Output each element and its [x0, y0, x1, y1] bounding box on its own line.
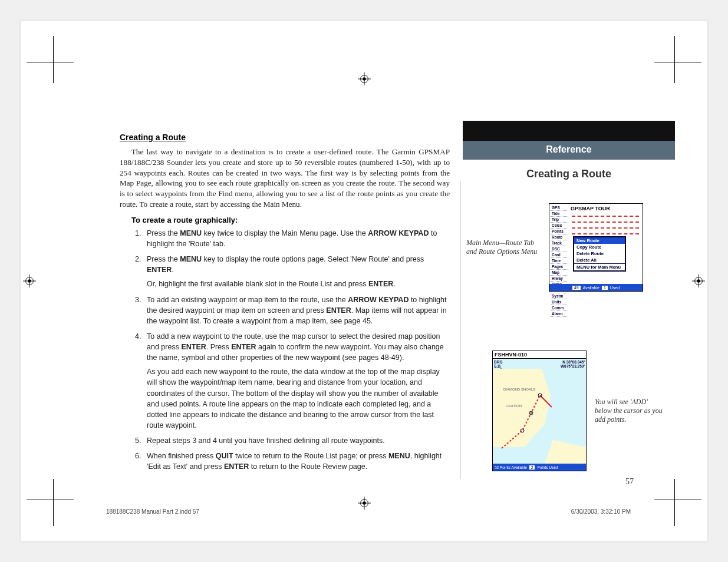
figure-1-caption: Main Menu—Route Tab and Route Options Me…: [466, 239, 543, 256]
intro-paragraph: The last way to navigate to a destinatio…: [120, 147, 450, 210]
route-line-icon: [499, 381, 564, 451]
menu-main-menu: MENU for Main Menu: [574, 263, 625, 270]
menu-delete-all: Delete All: [574, 257, 625, 263]
crop-mark: [27, 453, 74, 500]
figure-2: FSHHVN-010 BRG S.D. 004° N 38°08.345' W0…: [492, 351, 669, 471]
menu-new-route: New Route: [574, 237, 625, 244]
black-band: [463, 121, 675, 141]
document-footer: 188188C238 Manual Part 2.indd 57 6/30/20…: [106, 508, 631, 515]
sidebar: Reference Creating a Route: [463, 121, 675, 180]
registration-mark-icon: [23, 275, 36, 287]
step-2: Press the MENU key to display the route …: [143, 254, 450, 289]
map-header: FSHHVN-010: [493, 351, 586, 359]
steps-list: Press the MENU key twice to display the …: [143, 228, 450, 472]
route-title: GPSMAP TOUR: [571, 206, 610, 211]
step-5: Repeat steps 3 and 4 until you have fini…: [143, 435, 450, 446]
document-page: Creating a Route The last way to navigat…: [21, 21, 707, 541]
crop-mark: [27, 62, 74, 109]
page-number: 57: [625, 477, 634, 487]
screenshot-main-menu: GPSTideTrip CelesPointsRoute TrackDSCCar…: [549, 203, 643, 292]
registration-mark-icon: [358, 497, 371, 510]
screenshot-map: FSHHVN-010 BRG S.D. 004° N 38°08.345' W0…: [492, 351, 587, 471]
timestamp: 6/30/2003, 3:32:10 PM: [571, 508, 631, 515]
map-status-bar: 52 Points Available 2 Points Used: [493, 464, 586, 471]
figure-2-caption: You will see 'ADD' below the cursor as y…: [595, 398, 663, 424]
column-divider: [460, 181, 460, 479]
step-3: To add an existing waypoint or map item …: [143, 295, 450, 326]
figure-1: Main Menu—Route Tab and Route Options Me…: [466, 203, 673, 292]
step-1: Press the MENU key twice to display the …: [143, 228, 450, 249]
svg-point-16: [521, 429, 524, 432]
options-menu: New Route Copy Route Delete Route Delete…: [573, 236, 626, 272]
file-info: 188188C238 Manual Part 2.indd 57: [106, 508, 199, 515]
registration-mark-icon: [692, 275, 705, 287]
procedure-heading: To create a route graphically:: [131, 216, 450, 224]
menu-tabs: GPSTideTrip CelesPointsRoute TrackDSCCar…: [551, 205, 568, 283]
section-heading: Creating a Route: [120, 133, 450, 142]
step-6: When finished press QUIT twice to return…: [143, 451, 450, 472]
crop-mark: [654, 62, 701, 109]
reference-band: Reference: [463, 141, 675, 160]
map-coords: N 38°08.345' W075°23.259': [561, 360, 585, 368]
menu-copy-route: Copy Route: [574, 244, 625, 250]
sidebar-title: Creating a Route: [463, 168, 675, 180]
main-content: Creating a Route The last way to navigat…: [120, 133, 450, 477]
registration-mark-icon: [358, 72, 371, 85]
route-slots: [572, 213, 639, 237]
step-4: To add a new waypoint to the route, use …: [143, 331, 450, 431]
status-bar: 49 Available 1 Used: [549, 284, 643, 291]
menu-delete-route: Delete Route: [574, 250, 625, 257]
